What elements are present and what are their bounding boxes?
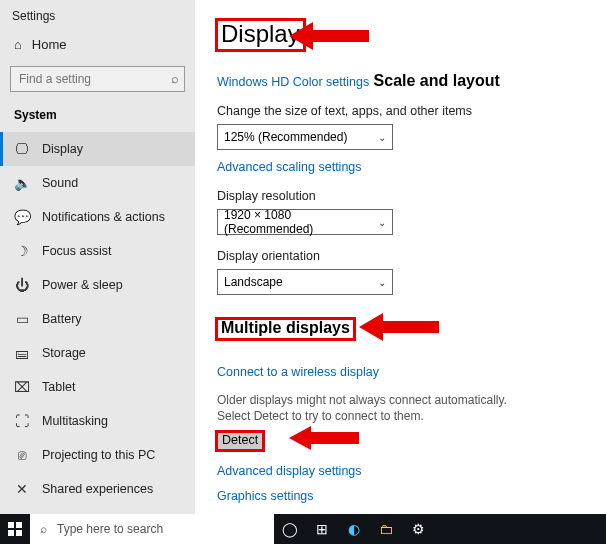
scale-value: 125% (Recommended): [224, 130, 347, 144]
nav-label: Display: [42, 142, 83, 156]
svg-marker-2: [289, 426, 359, 450]
orientation-value: Landscape: [224, 275, 283, 289]
nav-icon: 🖴: [14, 345, 30, 361]
group-heading: System: [0, 92, 195, 128]
sidebar-nav: 🖵Display🔈Sound💬Notifications & actions☽F…: [0, 132, 195, 544]
sidebar-item-projecting-to-this-pc[interactable]: ⎚Projecting to this PC: [0, 438, 195, 472]
nav-icon: 🖵: [14, 141, 30, 157]
scale-select[interactable]: 125% (Recommended) ⌄: [217, 124, 393, 150]
nav-icon: ▭: [14, 311, 30, 327]
nav-label: Multitasking: [42, 414, 108, 428]
orientation-label: Display orientation: [217, 249, 590, 263]
svg-rect-3: [8, 522, 14, 528]
window-title: Settings: [0, 0, 195, 23]
nav-label: Shared experiences: [42, 482, 153, 496]
sidebar-item-shared-experiences[interactable]: ✕Shared experiences: [0, 472, 195, 506]
resolution-select[interactable]: 1920 × 1080 (Recommended) ⌄: [217, 209, 393, 235]
orientation-select[interactable]: Landscape ⌄: [217, 269, 393, 295]
edge-icon[interactable]: ◐: [338, 514, 370, 544]
taskbar-search[interactable]: ⌕ Type here to search: [30, 514, 274, 544]
sidebar-item-notifications-actions[interactable]: 💬Notifications & actions: [0, 200, 195, 234]
multiple-displays-heading: Multiple displays: [217, 319, 354, 339]
windows-icon: [8, 522, 22, 536]
home-icon: ⌂: [14, 37, 22, 52]
detect-description: Older displays might not always connect …: [217, 392, 517, 424]
scale-label: Change the size of text, apps, and other…: [217, 104, 590, 118]
nav-label: Tablet: [42, 380, 75, 394]
nav-icon: ⎚: [14, 447, 30, 463]
explorer-icon[interactable]: 🗀: [370, 514, 402, 544]
annotation-arrow-icon: [289, 422, 359, 454]
nav-icon: ⌧: [14, 379, 30, 395]
resolution-value: 1920 × 1080 (Recommended): [224, 208, 378, 236]
nav-label: Sound: [42, 176, 78, 190]
nav-icon: ⛶: [14, 413, 30, 429]
wireless-display-link[interactable]: Connect to a wireless display: [217, 365, 379, 379]
taskbar-icons: ◯ ⊞ ◐ 🗀 ⚙: [274, 514, 434, 544]
taskbar-search-placeholder: Type here to search: [57, 522, 163, 536]
sidebar-item-multitasking[interactable]: ⛶Multitasking: [0, 404, 195, 438]
main-content: Display Windows HD Color settings Scale …: [195, 0, 606, 514]
nav-icon: ☽: [14, 243, 30, 259]
sidebar: Settings ⌂ Home ⌕ System 🖵Display🔈Sound💬…: [0, 0, 195, 514]
advanced-display-link[interactable]: Advanced display settings: [217, 464, 362, 478]
start-button[interactable]: [0, 514, 30, 544]
scale-heading: Scale and layout: [374, 72, 500, 90]
nav-label: Focus assist: [42, 244, 111, 258]
sidebar-item-focus-assist[interactable]: ☽Focus assist: [0, 234, 195, 268]
chevron-down-icon: ⌄: [378, 132, 386, 143]
taskbar: ⌕ Type here to search ◯ ⊞ ◐ 🗀 ⚙: [0, 514, 606, 544]
graphics-settings-link[interactable]: Graphics settings: [217, 489, 314, 503]
svg-marker-0: [289, 22, 369, 50]
task-view-icon[interactable]: ⊞: [306, 514, 338, 544]
home-label: Home: [32, 37, 67, 52]
svg-rect-6: [16, 530, 22, 536]
nav-icon: ⏻: [14, 277, 30, 293]
sidebar-item-power-sleep[interactable]: ⏻Power & sleep: [0, 268, 195, 302]
nav-icon: 🔈: [14, 175, 30, 191]
nav-label: Storage: [42, 346, 86, 360]
settings-icon[interactable]: ⚙: [402, 514, 434, 544]
advanced-scaling-link[interactable]: Advanced scaling settings: [217, 160, 362, 174]
home-button[interactable]: ⌂ Home: [0, 23, 195, 60]
search-icon: ⌕: [171, 71, 179, 86]
nav-icon: 💬: [14, 209, 30, 225]
annotation-arrow-icon: [289, 18, 369, 54]
sidebar-item-battery[interactable]: ▭Battery: [0, 302, 195, 336]
sidebar-item-display[interactable]: 🖵Display: [0, 132, 195, 166]
nav-label: Projecting to this PC: [42, 448, 155, 462]
annotation-arrow-icon: [359, 309, 439, 345]
cortana-icon[interactable]: ◯: [274, 514, 306, 544]
chevron-down-icon: ⌄: [378, 217, 386, 228]
nav-label: Battery: [42, 312, 82, 326]
search-wrap: ⌕: [10, 66, 185, 92]
search-icon: ⌕: [40, 522, 47, 536]
nav-icon: ✕: [14, 481, 30, 497]
hd-color-link[interactable]: Windows HD Color settings: [217, 75, 369, 89]
svg-rect-5: [8, 530, 14, 536]
nav-label: Power & sleep: [42, 278, 123, 292]
search-input[interactable]: [10, 66, 185, 92]
svg-rect-4: [16, 522, 22, 528]
sidebar-item-sound[interactable]: 🔈Sound: [0, 166, 195, 200]
sidebar-item-tablet[interactable]: ⌧Tablet: [0, 370, 195, 404]
svg-marker-1: [359, 313, 439, 341]
sidebar-item-storage[interactable]: 🖴Storage: [0, 336, 195, 370]
detect-button[interactable]: Detect: [217, 432, 263, 450]
chevron-down-icon: ⌄: [378, 277, 386, 288]
resolution-label: Display resolution: [217, 189, 590, 203]
nav-label: Notifications & actions: [42, 210, 165, 224]
